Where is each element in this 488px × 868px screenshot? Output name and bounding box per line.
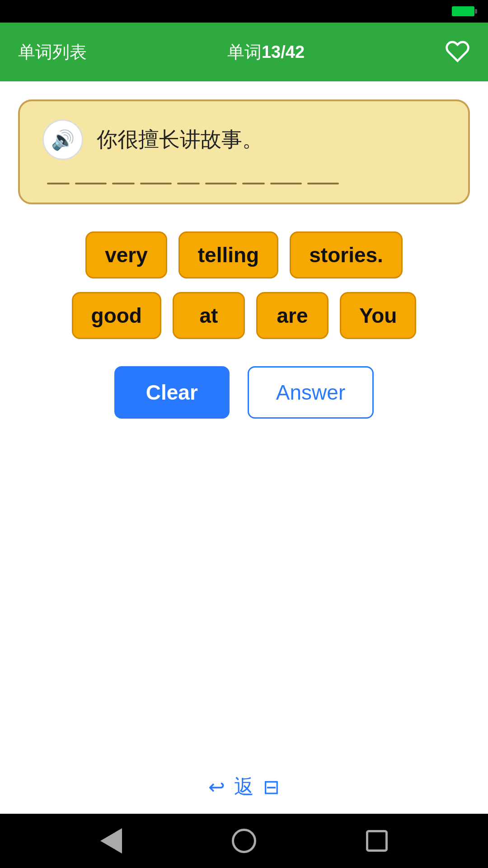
app-header: 单词列表 单词13/42 <box>0 23 488 81</box>
nav-recent-button[interactable] <box>366 830 388 852</box>
dash-7 <box>242 183 265 184</box>
speaker-icon: 🔊 <box>51 129 75 151</box>
dash-9 <box>307 183 339 184</box>
word-row-2: good at are You <box>18 292 470 339</box>
progress-display: 单词13/42 <box>227 41 305 64</box>
undo-icon: ↩ <box>208 775 225 798</box>
back-bar[interactable]: ↩ 返 ⊟ <box>208 760 280 814</box>
battery-icon <box>452 6 474 16</box>
progress-value: 13/42 <box>262 42 305 61</box>
bottom-nav-area: ↩ 返 ⊟ <box>208 760 280 814</box>
speaker-button[interactable]: 🔊 <box>42 119 83 160</box>
back-to-list[interactable]: 单词列表 <box>18 41 87 64</box>
dash-8 <box>270 183 302 184</box>
word-row-1: very telling stories. <box>18 231 470 278</box>
word-button-telling[interactable]: telling <box>178 231 278 278</box>
word-button-you[interactable]: You <box>340 292 416 339</box>
chinese-sentence: 你很擅长讲故事。 <box>97 126 263 154</box>
nav-back-button[interactable] <box>100 828 122 854</box>
words-area: very telling stories. good at are You <box>18 231 470 339</box>
dash-2 <box>75 183 107 184</box>
status-bar <box>0 0 488 23</box>
blank-line <box>42 183 446 184</box>
back-label: 返 <box>234 774 254 800</box>
main-content: 🔊 你很擅长讲故事。 very telling stories. good at… <box>0 81 488 814</box>
action-buttons: Clear Answer <box>114 366 374 419</box>
word-button-very[interactable]: very <box>85 231 167 278</box>
favorite-button[interactable] <box>445 39 470 66</box>
word-button-stories[interactable]: stories. <box>290 231 403 278</box>
dash-6 <box>205 183 237 184</box>
progress-prefix: 单词 <box>227 42 262 61</box>
dash-1 <box>47 183 70 184</box>
word-button-are[interactable]: are <box>256 292 328 339</box>
square-icon: ⊟ <box>263 775 280 798</box>
word-button-good[interactable]: good <box>72 292 161 339</box>
dash-3 <box>112 183 135 184</box>
nav-home-button[interactable] <box>232 829 256 853</box>
clear-button[interactable]: Clear <box>114 366 230 419</box>
word-button-at[interactable]: at <box>173 292 245 339</box>
sentence-top: 🔊 你很擅长讲故事。 <box>42 119 446 160</box>
dash-5 <box>177 183 200 184</box>
dash-4 <box>140 183 172 184</box>
system-nav-bar <box>0 814 488 868</box>
sentence-card: 🔊 你很擅长讲故事。 <box>18 99 470 204</box>
answer-button[interactable]: Answer <box>248 366 374 419</box>
